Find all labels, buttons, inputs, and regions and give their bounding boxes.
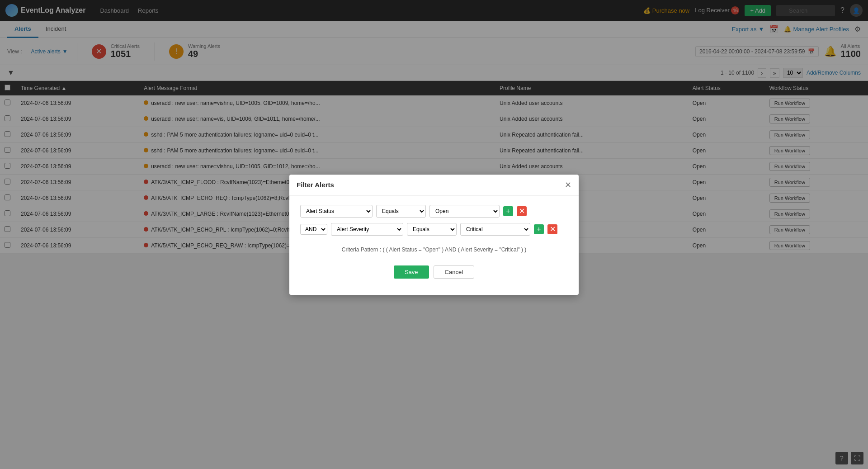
- modal-title: Filter Alerts: [297, 181, 334, 189]
- modal-overlay: Filter Alerts ✕ Alert Status Alert Sever…: [0, 0, 868, 254]
- filter2-field-select[interactable]: Alert Severity Alert Status Alert Messag…: [331, 223, 403, 236]
- filter1-value-select[interactable]: Open Closed Acknowledged: [429, 205, 500, 218]
- filter-row-2: AND OR Alert Severity Alert Status Alert…: [300, 223, 568, 236]
- filter1-add-button[interactable]: +: [503, 206, 513, 216]
- filter1-remove-button[interactable]: ✕: [517, 206, 527, 216]
- modal-body: Alert Status Alert Severity Alert Messag…: [289, 196, 579, 254]
- filter1-operator-select[interactable]: Equals Not Equals Contains: [376, 205, 426, 218]
- filter-row-1: Alert Status Alert Severity Alert Messag…: [300, 205, 568, 218]
- modal-header: Filter Alerts ✕: [289, 175, 579, 196]
- filter2-remove-button[interactable]: ✕: [547, 224, 557, 234]
- filter1-field-select[interactable]: Alert Status Alert Severity Alert Messag…: [300, 205, 373, 218]
- filter2-conjunction-select[interactable]: AND OR: [300, 224, 327, 235]
- criteria-pattern: Criteria Pattern : ( ( Alert Status = "O…: [300, 241, 568, 254]
- modal-close-button[interactable]: ✕: [565, 180, 571, 190]
- filter-alerts-modal: Filter Alerts ✕ Alert Status Alert Sever…: [289, 175, 579, 254]
- filter2-value-select[interactable]: Critical High Medium Low: [460, 223, 530, 236]
- filter2-operator-select[interactable]: Equals Not Equals Contains: [407, 223, 457, 236]
- filter2-add-button[interactable]: +: [534, 224, 544, 234]
